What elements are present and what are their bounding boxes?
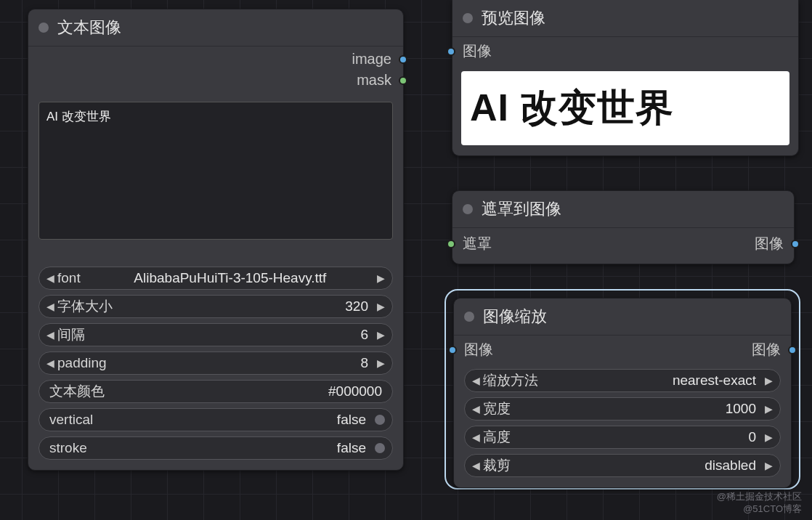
node-text-image[interactable]: 文本图像 image mask ◀ font AlibabaPuHuiTi-3-… — [28, 9, 404, 471]
widget-height[interactable]: ◀ 高度 0 ▶ — [464, 426, 781, 449]
widget-value: AlibabaPuHuiTi-3-105-Heavy.ttf — [134, 270, 326, 286]
port-mask-out[interactable] — [399, 76, 407, 85]
output-label: 图像 — [752, 340, 781, 359]
node-mask-to-image[interactable]: 遮罩到图像 遮罩 图像 — [452, 190, 795, 264]
chevron-left-icon[interactable]: ◀ — [46, 272, 54, 284]
port-image-out[interactable] — [788, 346, 797, 354]
output-label-image: image — [352, 51, 391, 68]
node-title: 遮罩到图像 — [482, 198, 561, 220]
toggle-icon[interactable] — [375, 443, 385, 453]
watermark: @稀土掘金技术社区 @51CTO博客 — [717, 491, 802, 516]
widget-text-color[interactable]: 文本颜色 #000000 — [38, 380, 393, 403]
node-header[interactable]: 图像缩放 — [454, 298, 791, 336]
node-preview-image[interactable]: 预览图像 图像 AI 改变世界 — [452, 0, 799, 156]
port-image-in[interactable] — [448, 346, 457, 354]
node-title: 预览图像 — [482, 7, 545, 29]
widget-label: font — [57, 270, 81, 286]
chevron-left-icon[interactable]: ◀ — [472, 460, 480, 471]
widget-value: nearest-exact — [673, 373, 756, 389]
toggle-icon[interactable] — [375, 415, 385, 425]
widget-label: 裁剪 — [483, 456, 511, 475]
output-ports: image mask — [28, 46, 403, 96]
chevron-right-icon[interactable]: ▶ — [377, 329, 385, 341]
node-title: 图像缩放 — [483, 306, 547, 328]
node-title: 文本图像 — [57, 17, 121, 38]
preview-rendered-image: AI 改变世界 — [461, 71, 789, 145]
port-image-in[interactable] — [447, 47, 455, 56]
chevron-right-icon[interactable]: ▶ — [377, 301, 385, 312]
widget-value: false — [337, 440, 366, 456]
node-image-scale[interactable]: 图像缩放 图像 图像 ◀ 缩放方法 nearest-exact ▶ ◀ 宽度 1… — [453, 298, 792, 488]
widget-gap[interactable]: ◀ 间隔 6 ▶ — [38, 323, 393, 346]
output-label-mask: mask — [357, 72, 391, 89]
widget-crop[interactable]: ◀ 裁剪 disabled ▶ — [464, 454, 781, 477]
port-image-out[interactable] — [791, 240, 800, 248]
node-header[interactable]: 遮罩到图像 — [452, 191, 794, 228]
collapse-dot-icon[interactable] — [464, 312, 474, 322]
input-label: 图像 — [464, 340, 493, 359]
chevron-right-icon[interactable]: ▶ — [377, 272, 385, 284]
input-label: 图像 — [463, 41, 492, 61]
node-body: ◀ font AlibabaPuHuiTi-3-105-Heavy.ttf ▶ … — [28, 96, 403, 470]
collapse-dot-icon[interactable] — [463, 13, 473, 23]
widget-value: 8 — [360, 355, 368, 371]
node-header[interactable]: 文本图像 — [28, 9, 403, 46]
chevron-right-icon[interactable]: ▶ — [377, 357, 385, 369]
widget-label: 缩放方法 — [483, 371, 538, 390]
widget-label: 间隔 — [57, 325, 85, 344]
text-input[interactable] — [38, 102, 393, 240]
port-mask-in[interactable] — [447, 240, 455, 248]
widget-label: padding — [57, 355, 107, 371]
widget-stroke[interactable]: stroke false — [38, 436, 393, 460]
widget-value: 6 — [360, 327, 368, 343]
chevron-right-icon[interactable]: ▶ — [765, 403, 773, 415]
widget-padding[interactable]: ◀ padding 8 ▶ — [38, 352, 393, 375]
chevron-left-icon[interactable]: ◀ — [472, 403, 480, 415]
port-image-out[interactable] — [399, 55, 407, 64]
widget-width[interactable]: ◀ 宽度 1000 ▶ — [464, 397, 781, 421]
widget-value: 1000 — [726, 401, 756, 417]
collapse-dot-icon[interactable] — [463, 204, 473, 214]
node-header[interactable]: 预览图像 — [452, 0, 798, 37]
chevron-right-icon[interactable]: ▶ — [765, 375, 773, 386]
widget-label: 高度 — [483, 428, 511, 447]
input-label: 遮罩 — [463, 234, 492, 253]
widget-value: 320 — [345, 298, 368, 314]
widget-font[interactable]: ◀ font AlibabaPuHuiTi-3-105-Heavy.ttf ▶ — [38, 267, 393, 290]
chevron-left-icon[interactable]: ◀ — [46, 357, 54, 369]
widget-label: 字体大小 — [57, 297, 113, 316]
widget-label: stroke — [49, 440, 87, 456]
widget-value: #000000 — [328, 383, 382, 399]
chevron-left-icon[interactable]: ◀ — [472, 375, 480, 386]
output-label: 图像 — [755, 234, 784, 253]
collapse-dot-icon[interactable] — [38, 23, 49, 33]
chevron-left-icon[interactable]: ◀ — [46, 329, 54, 341]
chevron-left-icon[interactable]: ◀ — [472, 431, 480, 443]
chevron-right-icon[interactable]: ▶ — [765, 431, 773, 443]
widget-value: 0 — [748, 429, 756, 445]
chevron-left-icon[interactable]: ◀ — [46, 301, 54, 312]
widget-vertical[interactable]: vertical false — [38, 408, 393, 431]
widget-label: 文本颜色 — [49, 382, 105, 401]
widget-value: false — [337, 412, 366, 428]
widget-label: 宽度 — [483, 399, 511, 418]
chevron-right-icon[interactable]: ▶ — [765, 460, 773, 471]
widget-scale-method[interactable]: ◀ 缩放方法 nearest-exact ▶ — [464, 369, 781, 392]
widget-value: disabled — [705, 458, 756, 474]
widget-label: vertical — [49, 412, 93, 428]
widget-font-size[interactable]: ◀ 字体大小 320 ▶ — [38, 295, 393, 318]
